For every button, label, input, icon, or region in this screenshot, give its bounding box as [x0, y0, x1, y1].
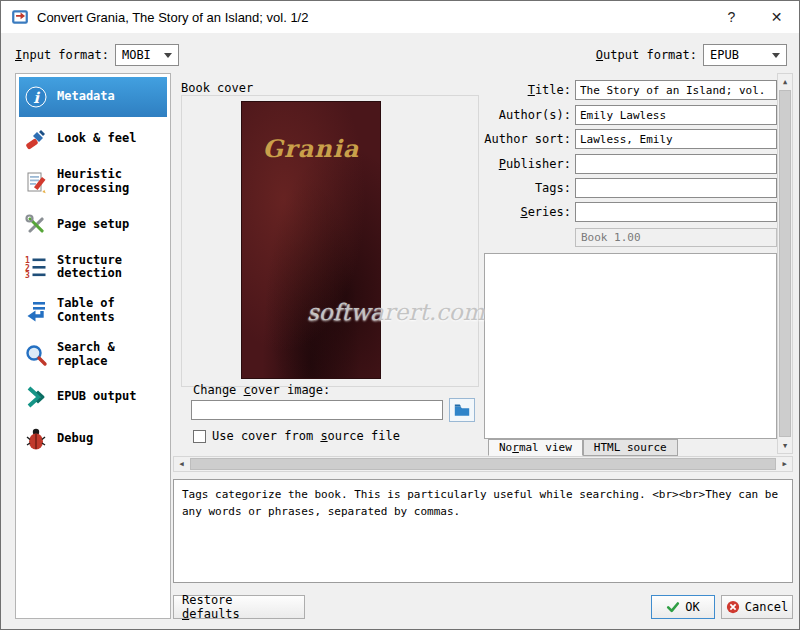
- vertical-scrollbar[interactable]: ▲ ▼: [777, 73, 793, 454]
- sidebar-item-label: Search & replace: [57, 341, 163, 369]
- help-button[interactable]: ?: [709, 1, 754, 33]
- titlebar: Convert Grania, The Story of an Island; …: [1, 1, 799, 33]
- sidebar-item-label: Table of Contents: [57, 297, 163, 325]
- output-format-select[interactable]: EPUB: [703, 44, 787, 66]
- restore-defaults-button[interactable]: Restore defaults: [173, 595, 305, 619]
- scroll-left-icon[interactable]: ◀: [174, 457, 189, 471]
- title-label: Title:: [484, 83, 571, 97]
- check-icon: [666, 600, 680, 614]
- scroll-right-icon[interactable]: ▶: [777, 457, 792, 471]
- use-source-cover-checkbox[interactable]: [193, 430, 206, 443]
- publisher-label: Publisher:: [484, 157, 571, 171]
- sidebar-item-structure-detection[interactable]: 123 Structure detection: [19, 247, 167, 289]
- sidebar-item-look-and-feel[interactable]: Look & feel: [19, 119, 167, 159]
- scroll-up-icon[interactable]: ▲: [778, 74, 792, 89]
- series-index-field: Book 1.00: [575, 228, 777, 247]
- ok-button[interactable]: OK: [651, 595, 715, 619]
- sidebar-item-search-replace[interactable]: Search & replace: [19, 334, 167, 376]
- series-input[interactable]: [575, 202, 777, 222]
- tab-html-source[interactable]: HTML source: [583, 439, 678, 456]
- sidebar-item-metadata[interactable]: i Metadata: [19, 77, 167, 117]
- cancel-label: Cancel: [745, 600, 788, 614]
- publisher-input[interactable]: [575, 154, 777, 174]
- sidebar-item-label: Look & feel: [57, 132, 136, 146]
- book-cover-group-title: Book cover: [181, 81, 253, 95]
- tags-field-row: Tags:: [484, 178, 777, 198]
- use-source-cover-label: Use cover from source file: [212, 429, 400, 443]
- series-field-row: Series:: [484, 202, 777, 222]
- format-bar: Input format: MOBI Output format: EPUB: [15, 43, 787, 67]
- change-cover-label: Change cover image:: [193, 383, 330, 397]
- numbered-list-icon: 123: [23, 254, 49, 280]
- restore-defaults-label: Restore defaults: [182, 593, 296, 621]
- series-label: Series:: [484, 205, 571, 219]
- title-input[interactable]: [575, 80, 777, 100]
- magnifier-icon: [23, 342, 49, 368]
- sidebar-item-label: Heuristic processing: [57, 168, 163, 196]
- chevron-down-icon: [164, 53, 172, 58]
- sidebar-item-heuristic-processing[interactable]: Heuristic processing: [19, 161, 167, 203]
- authors-label: Author(s):: [484, 108, 571, 122]
- sidebar-item-label: EPUB output: [57, 390, 136, 404]
- book-cover-image: Grania: [241, 101, 381, 379]
- sidebar-item-label: Metadata: [57, 90, 115, 104]
- epub-chevron-icon: [23, 384, 49, 410]
- authors-field-row: Author(s):: [484, 105, 777, 125]
- comments-editor[interactable]: [484, 253, 777, 439]
- bug-icon: [23, 426, 49, 452]
- output-format-label: Output format:: [596, 48, 697, 62]
- horizontal-scrollbar[interactable]: ◀ ▶: [173, 456, 793, 472]
- tags-input[interactable]: [575, 178, 777, 198]
- author-sort-field-row: Author sort:: [484, 129, 777, 149]
- info-icon: i: [23, 84, 49, 110]
- sidebar-item-label: Debug: [57, 432, 93, 446]
- title-field-row: Title:: [484, 80, 777, 100]
- sidebar-item-debug[interactable]: Debug: [19, 419, 167, 459]
- brush-icon: [23, 126, 49, 152]
- ok-label: OK: [685, 600, 699, 614]
- document-pencil-icon: [23, 169, 49, 195]
- tab-normal-view[interactable]: Normal view: [488, 439, 583, 456]
- cancel-x-icon: [726, 600, 740, 614]
- author-sort-input[interactable]: [575, 129, 777, 149]
- help-text-box: Tags categorize the book. This is partic…: [173, 479, 793, 583]
- sidebar-item-table-of-contents[interactable]: Table of Contents: [19, 290, 167, 332]
- window-title: Convert Grania, The Story of an Island; …: [37, 10, 308, 25]
- sidebar: i Metadata Look & feel Heuristic process…: [15, 73, 171, 619]
- vertical-scroll-thumb[interactable]: [779, 90, 791, 437]
- svg-text:3: 3: [25, 271, 30, 279]
- sidebar-item-label: Structure detection: [57, 254, 163, 282]
- convert-dialog: Convert Grania, The Story of an Island; …: [0, 0, 800, 630]
- chevron-down-icon: [772, 53, 780, 58]
- input-format-select[interactable]: MOBI: [115, 44, 179, 66]
- sidebar-item-epub-output[interactable]: EPUB output: [19, 377, 167, 417]
- tags-label: Tags:: [484, 181, 571, 195]
- author-sort-label: Author sort:: [484, 132, 571, 146]
- tools-icon: [23, 212, 49, 238]
- book-cover-title-text: Grania: [242, 134, 380, 163]
- authors-input[interactable]: [575, 105, 777, 125]
- sidebar-item-label: Page setup: [57, 218, 129, 232]
- scroll-down-icon[interactable]: ▼: [778, 438, 792, 453]
- output-format-value: EPUB: [710, 48, 739, 62]
- cancel-button[interactable]: Cancel: [721, 595, 793, 619]
- sidebar-item-page-setup[interactable]: Page setup: [19, 205, 167, 245]
- close-button[interactable]: ✕: [754, 1, 799, 33]
- horizontal-scroll-thumb[interactable]: [190, 458, 776, 470]
- use-source-cover-row[interactable]: Use cover from source file: [193, 429, 400, 443]
- folder-icon: [453, 401, 471, 419]
- comments-view-tabs: Normal view HTML source: [488, 439, 678, 456]
- publisher-field-row: Publisher:: [484, 154, 777, 174]
- cover-path-input[interactable]: [191, 400, 443, 420]
- input-format-value: MOBI: [122, 48, 151, 62]
- input-format-label: Input format:: [15, 48, 109, 62]
- convert-book-icon: [11, 8, 29, 26]
- browse-cover-button[interactable]: [449, 398, 475, 422]
- toc-arrow-icon: [23, 298, 49, 324]
